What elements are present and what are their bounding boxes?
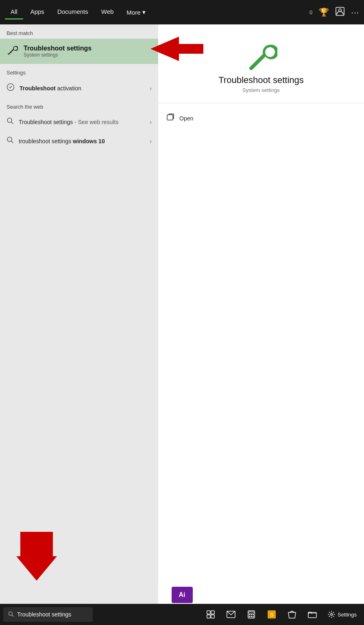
svg-text:S: S — [270, 612, 274, 618]
taskbar-explorer-btn[interactable] — [303, 605, 321, 623]
web-item-see-web: - See web results — [73, 119, 118, 125]
tab-all[interactable]: All — [5, 5, 23, 20]
web-item-troubleshoot-settings[interactable]: Troubleshoot settings - See web results … — [0, 112, 158, 131]
svg-point-9 — [250, 67, 252, 70]
svg-rect-25 — [253, 616, 254, 617]
more-label: More — [126, 9, 140, 16]
open-label: Open — [179, 115, 193, 122]
tab-documents[interactable]: Documents — [52, 5, 94, 20]
best-match-label: Best match — [0, 24, 158, 39]
svg-rect-10 — [167, 115, 173, 120]
tab-web[interactable]: Web — [96, 5, 120, 20]
open-icon — [166, 113, 174, 123]
svg-rect-24 — [251, 616, 252, 617]
result-title: Troubleshoot settings — [218, 75, 304, 85]
taskbar-settings-label: Settings — [338, 612, 357, 618]
taskbar-settings-btn[interactable]: Settings — [324, 605, 361, 623]
svg-rect-29 — [293, 612, 294, 612]
taskbar-store-btn[interactable] — [283, 605, 301, 623]
best-match-text-block: Troubleshoot settings System settings — [24, 45, 92, 58]
result-actions: Open — [158, 103, 364, 133]
nav-right-area: 0 🏆 ··· — [310, 7, 359, 18]
taskbar-mail-btn[interactable] — [222, 605, 240, 623]
nav-badge: 0 — [310, 9, 312, 15]
settings-troubleshoot-activation[interactable]: Troubleshoot activation › — [0, 78, 158, 98]
main-content: Best match Troubleshoot settings System … — [0, 24, 364, 604]
open-action[interactable]: Open — [166, 110, 356, 127]
search-icon-1 — [7, 117, 14, 127]
web-item-windows10[interactable]: troubleshoot settings windows 10 › — [0, 131, 158, 151]
web-section-label: Search the web — [0, 98, 158, 112]
settings-section-label: Settings — [0, 64, 158, 78]
wrench-icon-large — [245, 41, 277, 75]
top-nav-bar: All Apps Documents Web More ▾ 0 🏆 ··· — [0, 0, 364, 24]
best-match-title: Troubleshoot settings — [24, 45, 92, 52]
svg-line-6 — [11, 122, 13, 124]
svg-rect-28 — [290, 612, 291, 612]
svg-line-8 — [11, 141, 13, 143]
svg-rect-23 — [249, 616, 250, 617]
settings-item-arrow: › — [150, 85, 152, 92]
web-item-normal-text: troubleshoot settings — [19, 138, 73, 144]
taskbar-search-icon — [8, 611, 14, 618]
best-match-subtitle: System settings — [24, 52, 92, 58]
red-arrow-down-annotation — [16, 532, 57, 582]
settings-item-text: Troubleshoot activation — [20, 85, 150, 92]
wrench-icon-small — [7, 44, 18, 58]
svg-rect-21 — [251, 614, 252, 615]
ai-button[interactable]: Ai — [172, 587, 193, 603]
web-item-arrow-2: › — [150, 138, 152, 144]
taskbar-search-text: Troubleshoot settings — [17, 611, 71, 618]
left-panel: Best match Troubleshoot settings System … — [0, 24, 158, 604]
troubleshoot-bold: Troubleshoot — [20, 85, 56, 92]
more-options-icon[interactable]: ··· — [351, 8, 359, 17]
svg-point-31 — [331, 614, 333, 616]
web-item-main-text: Troubleshoot settings — [19, 119, 73, 125]
best-match-item[interactable]: Troubleshoot settings System settings — [0, 39, 158, 64]
trophy-icon[interactable]: 🏆 — [319, 7, 329, 17]
chevron-down-icon: ▾ — [142, 9, 146, 16]
web-item-text-1: Troubleshoot settings - See web results — [19, 119, 150, 125]
svg-rect-19 — [249, 612, 254, 613]
circle-check-icon — [7, 83, 15, 93]
svg-rect-15 — [207, 615, 210, 618]
red-arrow-left-annotation — [150, 37, 203, 63]
taskbar-icons-group: S Settings — [202, 605, 361, 623]
svg-rect-16 — [211, 615, 214, 618]
person-icon[interactable] — [336, 7, 344, 18]
tab-apps[interactable]: Apps — [25, 5, 50, 20]
web-item-text-2: troubleshoot settings windows 10 — [19, 138, 150, 144]
svg-rect-20 — [249, 614, 250, 615]
svg-rect-14 — [211, 611, 214, 614]
svg-rect-22 — [253, 614, 254, 615]
search-icon-2 — [7, 136, 14, 146]
svg-line-12 — [12, 615, 14, 616]
taskbar-calculator-btn[interactable] — [242, 605, 260, 623]
result-subtitle: System settings — [242, 87, 280, 93]
taskbar-task-view-btn[interactable] — [202, 605, 220, 623]
right-panel: Troubleshoot settings System settings Op… — [158, 24, 364, 604]
taskbar: Troubleshoot settings — [0, 604, 364, 625]
svg-marker-0 — [150, 37, 203, 61]
taskbar-app1-btn[interactable]: S — [263, 605, 281, 623]
tab-more[interactable]: More ▾ — [121, 5, 151, 19]
ai-label: Ai — [179, 591, 185, 599]
svg-marker-1 — [16, 532, 57, 581]
taskbar-search-box[interactable]: Troubleshoot settings — [3, 607, 93, 622]
svg-rect-13 — [207, 611, 210, 614]
web-item-arrow-1: › — [150, 119, 152, 125]
activation-text: activation — [56, 85, 81, 92]
web-item-bold-text: windows 10 — [73, 138, 105, 144]
